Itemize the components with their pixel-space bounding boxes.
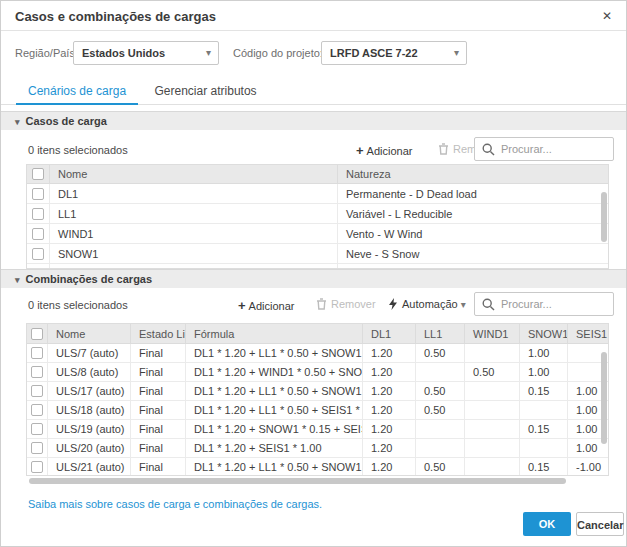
combo-name: ULS/21 (auto) — [47, 458, 130, 476]
load-cases-dialog: Casos e combinações de cargas ✕ Região/P… — [0, 0, 627, 547]
row-checkbox[interactable] — [31, 404, 43, 416]
remove-button-label: Remover — [331, 298, 376, 310]
project-code-dropdown[interactable]: LRFD ASCE 7-22 ▾ — [321, 41, 467, 65]
learn-more-link[interactable]: Saiba mais sobre casos de carga e combin… — [28, 498, 322, 510]
select-all-checkbox[interactable] — [31, 328, 43, 340]
column-header-formula[interactable]: Fórmula — [185, 324, 362, 343]
load-cases-table: Nome Natureza DL1 Permanente - D Dead lo… — [26, 164, 609, 269]
combinations-remove-button[interactable]: Remover — [316, 298, 376, 310]
load-cases-search-input[interactable] — [501, 139, 611, 159]
row-checkbox[interactable] — [31, 347, 43, 359]
load-cases-vertical-scrollbar[interactable] — [601, 192, 607, 242]
select-all-checkbox[interactable] — [32, 168, 44, 180]
row-checkbox[interactable] — [32, 228, 44, 240]
horizontal-scrollbar[interactable] — [29, 478, 566, 484]
tab-load-scenarios[interactable]: Cenários de carga — [16, 81, 138, 105]
table-row[interactable]: ULS/17 (auto) Final DL1 * 1.20 + LL1 * 0… — [27, 382, 608, 401]
cancel-button[interactable]: Cancelar — [576, 512, 624, 536]
column-header-natureza[interactable]: Natureza — [337, 165, 609, 183]
column-header-nome[interactable]: Nome — [47, 324, 130, 343]
combo-state: Final — [130, 363, 185, 381]
table-row[interactable]: LL1 Variável - L Reducible — [27, 204, 608, 224]
table-row[interactable]: SNOW1 Neve - S Snow — [27, 244, 608, 264]
combo-name: ULS/8 (auto) — [47, 363, 130, 381]
case-name: SNOW1 — [49, 244, 337, 263]
chevron-down-icon: ▾ — [206, 47, 211, 58]
dialog-title: Casos e combinações de cargas — [15, 9, 216, 24]
combo-ll1: 0.50 — [415, 401, 464, 419]
table-row[interactable]: ULS/21 (auto) Final DL1 * 1.20 + LL1 * 0… — [27, 458, 608, 476]
combo-name: ULS/18 (auto) — [47, 401, 130, 419]
collapse-caret-icon: ▾ — [15, 271, 20, 290]
table-row[interactable]: ULS/18 (auto) Final DL1 * 1.20 + LL1 * 0… — [27, 401, 608, 420]
chevron-down-icon: ▾ — [461, 299, 466, 310]
combinations-search-input[interactable] — [501, 294, 611, 314]
table-row[interactable]: WIND1 Vento - W Wind — [27, 224, 608, 244]
column-header-wind1[interactable]: WIND1 — [464, 324, 519, 343]
column-header-snow1[interactable]: SNOW1 — [519, 324, 567, 343]
combinations-search — [474, 292, 614, 316]
automation-button[interactable]: Automação ▾ — [388, 298, 466, 310]
combinations-vertical-scrollbar[interactable] — [601, 352, 607, 444]
combo-dl1: 1.20 — [362, 458, 415, 476]
ok-button[interactable]: OK — [523, 512, 571, 536]
table-row[interactable]: DL1 Permanente - D Dead load — [27, 184, 608, 204]
combo-formula: DL1 * 1.20 + LL1 * 0.50 + SNOW1 * 0.15 … — [185, 382, 362, 400]
combo-wind1 — [464, 420, 519, 438]
row-checkbox[interactable] — [31, 461, 43, 473]
row-checkbox[interactable] — [32, 208, 44, 220]
search-icon — [482, 143, 495, 156]
combo-wind1 — [464, 382, 519, 400]
trash-icon — [316, 298, 327, 310]
combo-snow1 — [519, 439, 567, 457]
combo-snow1: 1.00 — [519, 344, 567, 362]
combo-seis1: -1.00 — [567, 458, 609, 476]
combo-dl1: 1.20 — [362, 401, 415, 419]
combo-name: ULS/20 (auto) — [47, 439, 130, 457]
row-checkbox[interactable] — [32, 248, 44, 260]
table-row[interactable]: ULS/7 (auto) Final DL1 * 1.20 + LL1 * 0.… — [27, 344, 608, 363]
combo-state: Final — [130, 401, 185, 419]
combo-ll1: 0.50 — [415, 458, 464, 476]
row-checkbox[interactable] — [31, 442, 43, 454]
add-button-label: Adicionar — [249, 300, 295, 312]
combo-dl1: 1.20 — [362, 344, 415, 362]
combo-dl1: 1.20 — [362, 382, 415, 400]
title-bar: Casos e combinações de cargas ✕ — [1, 1, 626, 31]
load-cases-section-header[interactable]: ▾Casos de carga — [1, 111, 626, 130]
table-row[interactable]: ULS/8 (auto) Final DL1 * 1.20 + WIND1 * … — [27, 363, 608, 382]
load-cases-section-title: Casos de carga — [26, 115, 107, 127]
combinations-table: Nome Estado Li… Fórmula DL1 LL1 WIND1 SN… — [26, 323, 609, 476]
combo-name: ULS/7 (auto) — [47, 344, 130, 362]
close-icon[interactable]: ✕ — [598, 7, 616, 25]
combinations-add-button[interactable]: +Adicionar — [238, 298, 294, 313]
column-header-dl1[interactable]: DL1 — [362, 324, 415, 343]
row-checkbox[interactable] — [32, 188, 44, 200]
row-checkbox[interactable] — [31, 385, 43, 397]
tab-manage-attributes[interactable]: Gerenciar atributos — [143, 81, 269, 105]
column-header-estado[interactable]: Estado Li… — [130, 324, 185, 343]
combinations-section-header[interactable]: ▾Combinações de cargas — [1, 269, 626, 288]
column-header-nome[interactable]: Nome — [49, 165, 337, 183]
combo-formula: DL1 * 1.20 + LL1 * 0.50 + SNOW1 * 1.00 — [185, 344, 362, 362]
combo-ll1 — [415, 420, 464, 438]
combo-state: Final — [130, 344, 185, 362]
table-row[interactable]: ULS/20 (auto) Final DL1 * 1.20 + SEIS1 *… — [27, 439, 608, 458]
table-row[interactable]: ULS/19 (auto) Final DL1 * 1.20 + SNOW1 *… — [27, 420, 608, 439]
combinations-section-title: Combinações de cargas — [26, 273, 153, 285]
region-dropdown[interactable]: Estados Unidos ▾ — [73, 41, 219, 65]
combo-ll1: 0.50 — [415, 382, 464, 400]
combinations-selected-count: 0 itens selecionados — [28, 299, 128, 311]
combo-state: Final — [130, 420, 185, 438]
row-checkbox[interactable] — [31, 366, 43, 378]
load-cases-add-button[interactable]: +Adicionar — [356, 143, 412, 158]
combo-snow1: 0.15 — [519, 382, 567, 400]
column-header-seis1[interactable]: SEIS1 — [567, 324, 609, 343]
case-name: DL1 — [49, 184, 337, 203]
column-header-ll1[interactable]: LL1 — [415, 324, 464, 343]
combo-dl1: 1.20 — [362, 439, 415, 457]
row-checkbox[interactable] — [31, 423, 43, 435]
combo-formula: DL1 * 1.20 + LL1 * 0.50 + SNOW1 * 0.15 … — [185, 458, 362, 476]
combinations-header-row: Nome Estado Li… Fórmula DL1 LL1 WIND1 SN… — [27, 324, 608, 344]
collapse-caret-icon: ▾ — [15, 113, 20, 132]
